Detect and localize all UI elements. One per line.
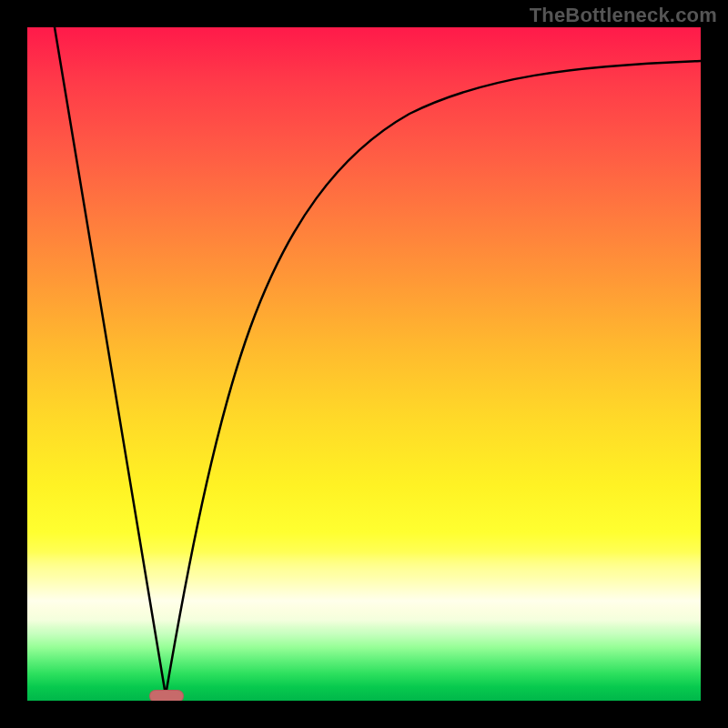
watermark-text: TheBottleneck.com [530,4,717,27]
plot-area [27,27,701,701]
bottleneck-curve [27,27,701,701]
optimal-marker [149,690,184,701]
curve-right-branch [166,61,701,695]
curve-left-branch [55,27,166,695]
chart-frame: TheBottleneck.com [0,0,728,728]
